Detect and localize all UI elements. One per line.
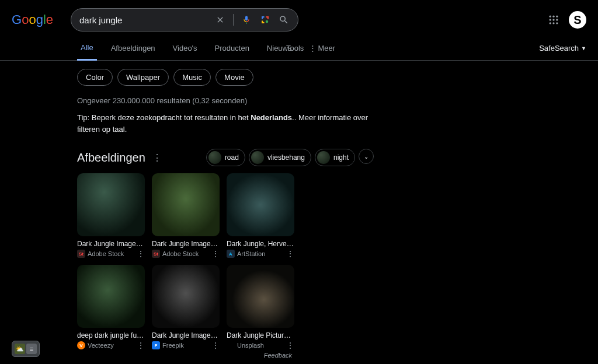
chip-wallpaper[interactable]: Wallpaper [117,69,169,86]
result-stats: Ongeveer 230.000.000 resultaten (0,32 se… [77,94,374,112]
image-thumbnail[interactable] [152,265,220,328]
tab-producten[interactable]: Producten [211,37,253,60]
images-menu-icon[interactable]: ⋮ [152,152,162,163]
chevron-down-icon: ▼ [581,46,586,51]
card-menu-icon[interactable]: ⋮ [137,250,145,258]
search-bar [71,8,298,32]
card-menu-icon[interactable]: ⋮ [137,341,145,349]
apps-icon[interactable] [548,14,559,26]
favicon: V [77,341,85,349]
svg-point-10 [550,19,551,20]
svg-rect-5 [262,21,263,24]
google-logo[interactable]: Google [12,12,53,27]
image-source: Adobe Stock [162,250,199,257]
image-result[interactable]: deep dark jungle full of overg... VVecte… [77,265,145,349]
images-section-header: Afbeeldingen ⋮ road vliesbehang night ⌄ [77,145,374,173]
svg-point-11 [552,19,554,20]
header: Google S [0,0,598,36]
image-thumbnail[interactable] [227,265,294,328]
image-filter-vliesbehang[interactable]: vliesbehang [249,149,311,166]
image-source: Vecteezy [88,342,114,349]
image-title: Dark Jungle Images – Browse... [152,240,220,248]
svg-point-9 [556,16,558,18]
image-source: Adobe Stock [88,250,124,257]
image-grid: Dark Jungle Images – Browse... StAdobe S… [77,173,374,349]
card-menu-icon[interactable]: ⋮ [286,341,294,349]
image-filter-road[interactable]: road [206,149,245,166]
image-title: deep dark jungle full of overg... [77,331,145,340]
card-menu-icon[interactable]: ⋮ [286,250,294,258]
search-icon[interactable] [278,14,290,26]
chip-music[interactable]: Music [173,69,211,86]
image-source: Unsplash [237,342,264,349]
favicon: St [77,250,85,258]
tab-afbeeldingen[interactable]: Afbeeldingen [107,37,159,60]
tab-videos[interactable]: Video's [169,37,201,60]
svg-point-8 [552,16,554,18]
image-result[interactable]: Dark Jungle, Herve Groussin ... AArtStat… [227,173,294,258]
image-thumbnail[interactable] [227,173,294,236]
tab-meer[interactable]: Meer [305,37,339,60]
svg-point-7 [550,16,551,18]
svg-point-6 [266,20,269,23]
image-result[interactable]: Dark Jungle Images – Browse... StAdobe S… [77,173,145,258]
image-filter-more-icon[interactable]: ⌄ [359,149,374,164]
search-input[interactable] [79,15,214,25]
account-avatar[interactable]: S [569,11,586,29]
chip-color[interactable]: Color [77,69,113,86]
favicon: A [227,250,235,258]
svg-point-12 [556,19,558,20]
weather-icon[interactable]: ⛅ [15,344,25,354]
lens-icon[interactable] [259,14,271,26]
svg-point-13 [550,22,551,24]
favicon: F [152,341,160,349]
image-thumbnail[interactable] [77,265,145,328]
safesearch-toggle[interactable]: SafeSearch▼ [539,37,586,60]
svg-rect-1 [262,16,263,19]
tools-button[interactable]: Tools [286,37,304,60]
chip-movie[interactable]: Movie [215,69,253,86]
filter-chips: Color Wallpaper Music Movie [77,61,374,94]
image-thumbnail[interactable] [152,173,220,236]
svg-point-15 [556,22,558,24]
image-result[interactable]: Dark Jungle Pictures | Downlo... Unsplas… [227,265,294,349]
floating-widget[interactable]: ⛅ ≡ [12,341,40,357]
images-title[interactable]: Afbeeldingen [77,151,145,164]
language-tip: Tip: Beperk deze zoekopdracht tot result… [77,112,374,145]
image-result[interactable]: Dark Jungle Images - Free Do... FFreepik… [152,265,220,349]
image-title: Dark Jungle Pictures | Downlo... [227,331,294,340]
image-title: Dark Jungle Images – Browse... [77,240,145,248]
image-filter-night[interactable]: night [315,149,355,166]
feedback-link[interactable]: Feedback [77,349,292,359]
tabs-row: Alle Afbeeldingen Video's Producten Nieu… [0,36,598,61]
mic-icon[interactable] [241,14,252,26]
image-result[interactable]: Dark Jungle Images – Browse... StAdobe S… [152,173,220,258]
widget-menu-icon[interactable]: ≡ [26,344,37,354]
image-source: ArtStation [237,250,265,257]
svg-rect-3 [267,16,269,19]
image-thumbnail[interactable] [77,173,145,236]
svg-point-14 [552,22,554,24]
clear-icon[interactable] [214,14,226,26]
favicon: St [152,250,160,258]
image-title: Dark Jungle Images - Free Do... [152,331,220,340]
more-images-button[interactable]: Nog 6 afbeeldingen⌄ [77,359,294,364]
card-menu-icon[interactable]: ⋮ [211,341,220,349]
card-menu-icon[interactable]: ⋮ [211,250,220,258]
image-source: Freepik [162,342,184,349]
image-title: Dark Jungle, Herve Groussin ... [227,240,294,248]
tab-alle[interactable]: Alle [77,36,97,61]
